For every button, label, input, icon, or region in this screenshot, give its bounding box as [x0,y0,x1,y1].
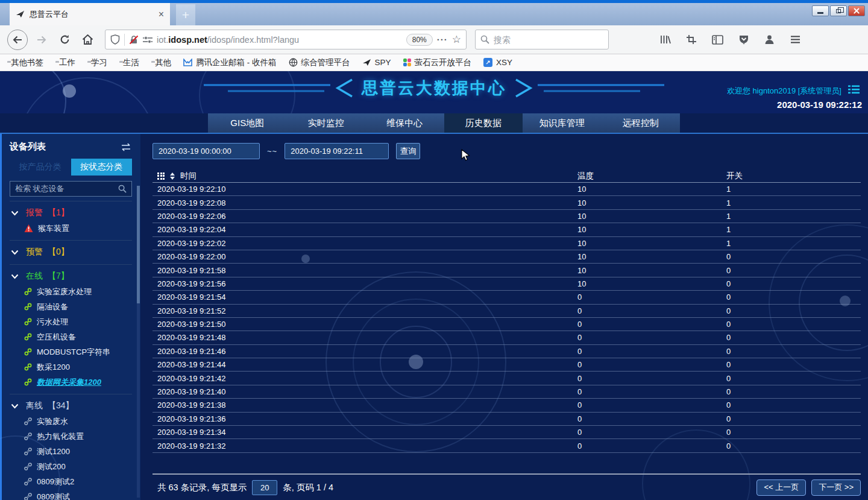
shield-icon[interactable] [110,34,120,45]
cell-time: 2020-03-19 9:21:38 [153,400,577,410]
device-item[interactable]: 0809测试 [10,489,132,500]
bookmark-item[interactable]: ↗XSY [483,58,512,67]
reload-button[interactable] [55,31,74,49]
bookmark-item[interactable]: 学习 [87,57,107,68]
tree-group[interactable]: 离线【34】 [10,398,132,414]
tab-close-icon[interactable]: × [159,10,164,19]
tab-by-product[interactable]: 按产品分类 [10,159,71,176]
device-item[interactable]: 猴车装置 [10,221,132,236]
cell-switch: 0 [726,360,861,369]
cell-temperature: 0 [577,293,726,302]
bookmark-star-icon[interactable]: ☆ [452,33,461,46]
menu-icon[interactable] [790,36,800,43]
query-button[interactable]: 查询 [396,143,420,159]
tree-group[interactable]: 在线【7】 [10,268,132,284]
sidebar-toggle-icon[interactable] [712,35,723,45]
scrollbar-thumb[interactable] [137,186,140,303]
bookmark-item[interactable]: 综合管理平台 [289,57,350,68]
url-text[interactable]: iot.idosp.net/idosp/index.html?langu [157,35,402,45]
tree-group[interactable]: 报警【1】 [10,205,132,221]
device-name: 数采1200 [37,362,70,373]
cell-switch: 0 [726,347,861,356]
device-sidebar: 设备列表 按产品分类 按状态分类 检索 状态设备 报警【1】猴车装置预警【0】在… [0,134,140,500]
device-item[interactable]: 实验废水 [10,414,132,429]
pocket-icon[interactable] [738,34,749,45]
device-broken-icon [24,417,32,425]
cell-switch: 0 [726,306,861,315]
cell-temperature: 10 [577,212,726,221]
browser-search-box[interactable] [475,30,609,49]
column-switch[interactable]: 开关 [726,171,861,182]
nav-tab-5[interactable]: 知识库管理 [523,113,602,133]
next-page-button[interactable]: 下一页 >> [811,479,861,496]
device-item[interactable]: MODBUSTCP字符串 [10,344,132,359]
device-search-input[interactable]: 检索 状态设备 [10,181,132,197]
restore-button[interactable] [830,5,847,16]
column-temperature[interactable]: 温度 [577,171,726,182]
tree-group[interactable]: 预警【0】 [10,244,132,260]
tab-by-status[interactable]: 按状态分类 [71,159,133,176]
start-datetime-input[interactable] [153,143,260,159]
table-row: 2020-03-19 9:21:3800 [153,399,861,412]
browser-tab[interactable]: 思普云平台 × [10,3,170,25]
cell-time: 2020-03-19 9:22:06 [153,212,577,221]
bookmark-item[interactable]: 腾讯企业邮箱 - 收件箱 [183,57,277,68]
minimize-button[interactable] [812,5,829,16]
back-button[interactable] [7,30,28,50]
library-icon[interactable] [659,34,671,45]
nav-tab-3[interactable]: 维保中心 [365,113,444,133]
cell-time: 2020-03-19 9:21:52 [153,306,577,315]
device-item[interactable]: 0809测试2 [10,474,132,489]
cell-time: 2020-03-19 9:21:50 [153,320,577,329]
device-item[interactable]: 热力氧化装置 [10,429,132,444]
screenshot-icon[interactable] [686,34,697,45]
tree-divider [10,201,132,201]
device-item[interactable]: 实验室废水处理 [10,284,132,299]
nav-tab-6[interactable]: 远程控制 [602,113,681,133]
device-item[interactable]: 隔油设备 [10,299,132,314]
sort-icon[interactable] [170,172,175,180]
device-item[interactable]: 测试200 [10,459,132,474]
bookmark-item[interactable]: 萤石云开放平台 [403,57,472,68]
column-time[interactable]: 时间 [180,171,197,182]
cell-switch: 0 [726,320,861,329]
prev-page-button[interactable]: << 上一页 [756,479,806,496]
bookmark-label: 其他书签 [11,57,43,68]
device-item[interactable]: 测试1200 [10,444,132,459]
browser-search-input[interactable] [494,35,603,45]
nav-tab-4[interactable]: 历史数据 [444,113,523,133]
device-item[interactable]: 数据网关采集1200 [10,375,132,390]
new-tab-button[interactable]: + [176,4,195,25]
account-icon[interactable] [764,34,775,45]
device-broken-icon [24,463,32,470]
page-size-input[interactable] [252,480,277,495]
nav-tab-1[interactable]: GIS地图 [208,113,287,133]
page-actions-icon[interactable]: ··· [437,34,448,45]
range-separator: ~~ [267,147,277,156]
bookmark-item[interactable]: 其他书签 [7,57,43,68]
column-picker-icon[interactable] [157,172,165,180]
table-row: 2020-03-19 9:22:08101 [153,196,861,209]
permissions-icon[interactable] [143,36,153,44]
end-datetime-input[interactable] [285,143,389,159]
collapse-swap-icon[interactable] [120,143,132,151]
home-button[interactable] [78,31,96,49]
forward-button[interactable] [33,31,51,49]
bookmark-item[interactable]: 其他 [151,57,171,68]
device-item[interactable]: 数采1200 [10,359,132,375]
device-link-icon [24,378,32,386]
zoom-level-badge[interactable]: 80% [406,34,433,46]
insecure-lock-icon[interactable] [129,35,139,45]
url-bar[interactable]: iot.idosp.net/idosp/index.html?langu 80%… [105,30,467,49]
device-item[interactable]: 空压机设备 [10,329,132,344]
close-button[interactable] [848,5,865,16]
table-row: 2020-03-19 9:21:56100 [153,277,861,291]
device-item[interactable]: 污水处理 [10,314,132,329]
bookmark-item[interactable]: SPY [362,58,391,67]
bookmark-item[interactable]: 工作 [55,57,75,68]
user-menu-icon[interactable] [848,85,860,94]
bookmark-label: 其他 [155,57,171,68]
bookmark-item[interactable]: 生活 [119,57,139,68]
sidebar-scrollbar[interactable] [137,186,140,498]
nav-tab-2[interactable]: 实时监控 [287,113,366,133]
